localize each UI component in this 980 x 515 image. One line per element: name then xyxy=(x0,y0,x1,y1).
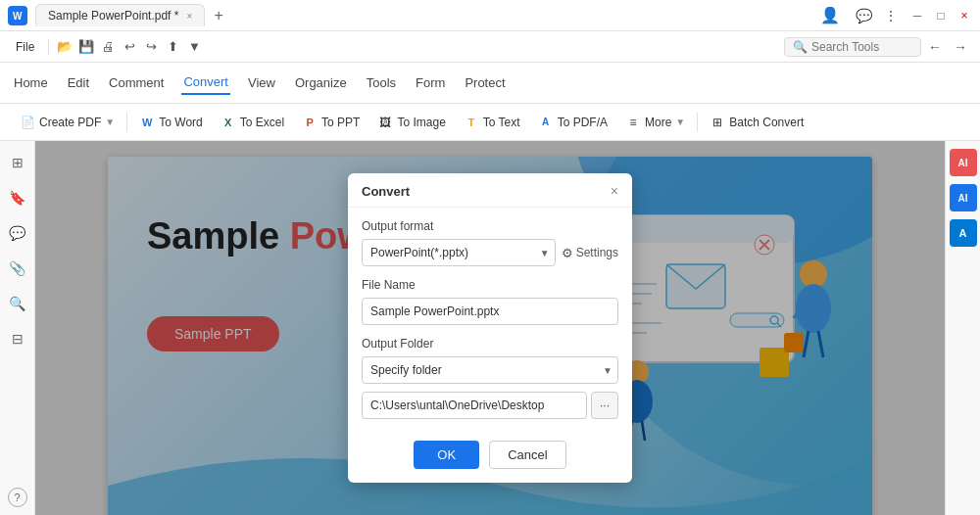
search-bar[interactable]: 🔍 xyxy=(784,37,921,57)
dialog-body: Output format PowerPoint(*.pptx) Word(*.… xyxy=(348,208,632,431)
to-text-label: To Text xyxy=(483,116,520,129)
redo-button[interactable]: ↪ xyxy=(141,37,161,57)
more-button[interactable]: ≡ More ▼ xyxy=(617,111,693,134)
pdfa-icon: A xyxy=(538,115,554,130)
maximize-button[interactable]: □ xyxy=(933,8,949,23)
chat-icon[interactable]: 💬 xyxy=(856,8,872,23)
nav-protect[interactable]: Protect xyxy=(463,71,507,94)
undo-button[interactable]: ↩ xyxy=(120,37,139,57)
to-ppt-button[interactable]: P To PPT xyxy=(294,111,368,134)
batch-convert-button[interactable]: ⊞ Batch Convert xyxy=(702,111,811,134)
settings-label: Settings xyxy=(576,246,618,259)
create-pdf-button[interactable]: 📄 Create PDF ▼ xyxy=(12,111,122,134)
dialog-title: Convert xyxy=(362,184,410,199)
more-icon: ≡ xyxy=(625,115,641,130)
menubar: File 📂 💾 🖨 ↩ ↪ ⬆ ▼ 🔍 ← → xyxy=(0,31,980,63)
nav-comment[interactable]: Comment xyxy=(107,71,166,94)
more-icon[interactable]: ⋮ xyxy=(884,8,898,23)
nav-convert[interactable]: Convert xyxy=(181,70,230,95)
folder-path-row: ··· xyxy=(362,392,618,419)
svg-text:W: W xyxy=(13,11,23,22)
modal-overlay: Convert × Output format PowerPoint(*.ppt… xyxy=(35,141,945,515)
to-excel-button[interactable]: X To Excel xyxy=(213,111,292,134)
close-button[interactable]: × xyxy=(956,8,972,23)
menu-divider xyxy=(48,39,49,55)
minimize-button[interactable]: ─ xyxy=(909,8,925,23)
format-select[interactable]: PowerPoint(*.pptx) Word(*.docx) xyxy=(362,239,556,266)
right-sidebar: AI AI A xyxy=(945,141,980,515)
nav-home[interactable]: Home xyxy=(12,71,50,94)
nav-form[interactable]: Form xyxy=(414,71,447,94)
word-icon: W xyxy=(139,115,155,130)
to-image-label: To Image xyxy=(397,116,445,129)
to-word-label: To Word xyxy=(159,116,202,129)
document-area: Sample Pow Sample PPT xyxy=(35,141,945,515)
filename-input[interactable] xyxy=(362,298,618,325)
to-pdfa-button[interactable]: A To PDF/A xyxy=(530,111,615,134)
nav-toolbar: Home Edit Comment Convert View Organize … xyxy=(0,63,980,104)
excel-icon: X xyxy=(220,115,236,130)
folder-browse-button[interactable]: ··· xyxy=(591,392,618,419)
file-menu[interactable]: File xyxy=(8,36,42,58)
text-icon: T xyxy=(464,115,479,130)
nav-view[interactable]: View xyxy=(246,71,277,94)
create-pdf-label: Create PDF xyxy=(39,116,101,129)
output-folder-label: Output Folder xyxy=(362,337,618,351)
filename-label: File Name xyxy=(362,278,618,292)
more-menu-button[interactable]: ▼ xyxy=(184,37,204,57)
upload-button[interactable]: ⬆ xyxy=(163,37,182,57)
ai-blue-icon[interactable]: AI xyxy=(950,184,977,211)
folder-path-input[interactable] xyxy=(362,392,587,419)
comment-sidebar-icon[interactable]: 💬 xyxy=(4,219,31,247)
ppt-icon: P xyxy=(302,115,318,130)
nav-back-button[interactable]: ← xyxy=(923,35,947,59)
new-tab-button[interactable]: + xyxy=(209,6,228,25)
dialog-footer: OK Cancel xyxy=(348,431,632,483)
to-text-button[interactable]: T To Text xyxy=(456,111,528,134)
tab-title: Sample PowerPoint.pdf * xyxy=(48,9,178,23)
nav-tools[interactable]: Tools xyxy=(365,71,398,94)
app-icon: W xyxy=(8,6,27,25)
toolbar-divider-2 xyxy=(697,113,698,132)
save-button[interactable]: 💾 xyxy=(76,37,96,57)
open-button[interactable]: 📂 xyxy=(55,37,74,57)
more-arrow: ▼ xyxy=(675,117,685,127)
pages-icon[interactable]: ⊞ xyxy=(4,149,31,176)
to-image-button[interactable]: 🖼 To Image xyxy=(369,111,453,134)
azure-icon[interactable]: A xyxy=(950,219,977,247)
bookmark-icon[interactable]: 🔖 xyxy=(4,184,31,211)
filename-row xyxy=(362,298,618,325)
left-sidebar: ⊞ 🔖 💬 📎 🔍 ⊟ ? xyxy=(0,141,35,515)
format-select-wrapper: PowerPoint(*.pptx) Word(*.docx) ▼ xyxy=(362,239,556,266)
gear-icon: ⚙ xyxy=(562,246,573,260)
convert-dialog: Convert × Output format PowerPoint(*.ppt… xyxy=(348,173,632,483)
cancel-button[interactable]: Cancel xyxy=(489,441,565,469)
to-excel-label: To Excel xyxy=(240,116,284,129)
folder-select[interactable]: Specify folder xyxy=(362,356,618,384)
main-content: ⊞ 🔖 💬 📎 🔍 ⊟ ? xyxy=(0,141,980,515)
ok-button[interactable]: OK xyxy=(414,441,479,469)
attachment-icon[interactable]: 📎 xyxy=(4,255,31,282)
search-input[interactable] xyxy=(811,40,912,54)
active-tab[interactable]: Sample PowerPoint.pdf * × xyxy=(35,4,205,26)
folder-select-row: Specify folder ▼ xyxy=(362,356,618,384)
user-avatar[interactable]: 👤 xyxy=(820,6,840,24)
nav-edit[interactable]: Edit xyxy=(66,71,91,94)
settings-button[interactable]: ⚙ Settings xyxy=(562,246,618,260)
dialog-close-button[interactable]: × xyxy=(611,183,618,199)
ai-red-icon[interactable]: AI xyxy=(950,149,977,176)
search-sidebar-icon[interactable]: 🔍 xyxy=(4,290,31,317)
close-tab-button[interactable]: × xyxy=(186,11,192,22)
nav-organize[interactable]: Organize xyxy=(293,71,349,94)
search-icon: 🔍 xyxy=(793,40,808,54)
image-icon: 🖼 xyxy=(377,115,393,130)
create-pdf-icon: 📄 xyxy=(20,115,35,130)
to-word-button[interactable]: W To Word xyxy=(131,111,210,134)
layers-icon[interactable]: ⊟ xyxy=(4,325,31,352)
output-format-label: Output format xyxy=(362,219,618,233)
create-pdf-arrow: ▼ xyxy=(105,117,115,127)
help-button[interactable]: ? xyxy=(8,488,27,507)
print-button[interactable]: 🖨 xyxy=(98,37,118,57)
nav-forward-button[interactable]: → xyxy=(949,35,972,59)
more-label: More xyxy=(645,116,671,129)
